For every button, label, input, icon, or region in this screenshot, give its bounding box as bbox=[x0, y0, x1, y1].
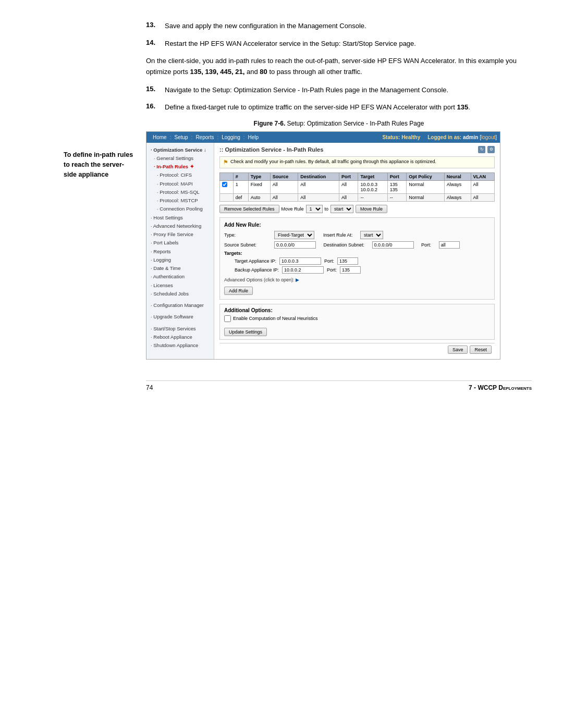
step-15: 15. Navigate to the Setup: Optimization … bbox=[146, 85, 532, 95]
sidebar-item-mapi[interactable]: · Protocol: MAPI bbox=[149, 180, 212, 188]
side-label: To define in-path rules to reach the ser… bbox=[64, 150, 137, 179]
col-neural: Neural bbox=[444, 172, 471, 180]
neural-checkbox-row: Enable Computation of Neural Heuristics bbox=[224, 315, 490, 322]
rules-table: # Type Source Destination Port Target Po… bbox=[219, 172, 495, 202]
col-vlan: VLAN bbox=[471, 172, 494, 180]
neural-checkbox[interactable] bbox=[224, 315, 231, 322]
sidebar-item-host[interactable]: · Host Settings bbox=[149, 214, 212, 222]
sidebar-item-general[interactable]: · General Settings bbox=[149, 154, 212, 163]
backup-ip-input[interactable] bbox=[282, 266, 324, 274]
sidebar-item-inpath[interactable]: · In-Path Rules ✦ bbox=[149, 163, 212, 171]
sidebar-item-reboot[interactable]: · Reboot Appliance bbox=[149, 333, 212, 341]
nav-bar: Home : Setup : Reports : Logging : Help … bbox=[146, 132, 500, 143]
page-footer: 74 7 - WCCP Deployments bbox=[146, 380, 532, 391]
remove-selected-btn[interactable]: Remove Selected Rules bbox=[219, 205, 279, 213]
logout-link[interactable]: logout bbox=[481, 134, 495, 140]
nav-help[interactable]: Help bbox=[245, 133, 262, 141]
nav-setup[interactable]: Setup bbox=[171, 133, 191, 141]
sidebar: · Optimization Service ↓ · General Setti… bbox=[146, 143, 214, 359]
sidebar-item-proxy[interactable]: · Proxy File Service bbox=[149, 230, 212, 239]
sidebar-item-reports[interactable]: · Reports bbox=[149, 248, 212, 256]
source-subnet-input[interactable] bbox=[274, 241, 316, 249]
add-rule-title: Add New Rule: bbox=[224, 222, 490, 228]
col-target: Target bbox=[358, 172, 387, 180]
move-rule-btn[interactable]: Move Rule bbox=[356, 205, 387, 213]
table-row: 1 Fixed All All All 10.0.0.310.0.0.2 135… bbox=[220, 180, 495, 193]
body-paragraph: On the client-side, you add in-path rule… bbox=[146, 56, 532, 78]
col-port: Port bbox=[339, 172, 358, 180]
refresh-icon[interactable]: ↻ bbox=[478, 146, 485, 153]
advanced-arrow-icon[interactable]: ▶ bbox=[296, 277, 299, 282]
col-dest: Destination bbox=[298, 172, 339, 180]
dest-subnet-input[interactable] bbox=[372, 241, 414, 249]
chapter-title: 7 - WCCP Deployments bbox=[469, 384, 532, 391]
sidebar-item-cifs[interactable]: · Protocol: CIFS bbox=[149, 171, 212, 179]
sidebar-item-opt-service[interactable]: · Optimization Service ↓ bbox=[149, 146, 212, 154]
info-box: ⚑ Check and modify your in-path rules. B… bbox=[219, 156, 495, 168]
port-input[interactable] bbox=[439, 241, 460, 249]
table-row: def Auto All All All -- -- Normal Always… bbox=[220, 193, 495, 201]
type-row: Type: Fixed-Target Auto Insert Rule At: … bbox=[224, 231, 490, 239]
add-rule-section: Add New Rule: Type: Fixed-Target Auto In… bbox=[219, 217, 495, 300]
content-area: :: Optimization Service - In-Path Rules … bbox=[214, 143, 500, 359]
action-icons: ↻ ⚙ bbox=[478, 146, 495, 153]
nav-reports[interactable]: Reports bbox=[192, 133, 217, 141]
page-number: 74 bbox=[146, 384, 153, 391]
step-13: 13. Save and apply the new configuration… bbox=[146, 21, 532, 31]
move-rule-row: Remove Selected Rules Move Rule 1 2 to s… bbox=[219, 205, 495, 213]
col-source: Source bbox=[270, 172, 298, 180]
figure-caption: Figure 7-6. Setup: Optimization Service … bbox=[146, 120, 532, 127]
sidebar-item-licenses[interactable]: · Licenses bbox=[149, 281, 212, 290]
target-appliance-row: Target Appliance IP: Port: bbox=[224, 257, 490, 265]
col-opt: Opt Policy bbox=[407, 172, 444, 180]
sidebar-item-portlabels[interactable]: · Port Labels bbox=[149, 239, 212, 247]
sidebar-item-mssql[interactable]: · Protocol: MS-SQL bbox=[149, 188, 212, 196]
col-tport: Port bbox=[387, 172, 407, 180]
advanced-row: Advanced Options (click to open): ▶ bbox=[224, 275, 490, 285]
step-14: 14. Restart the HP EFS WAN Accelerator s… bbox=[146, 39, 532, 49]
type-select[interactable]: Fixed-Target Auto bbox=[274, 231, 314, 239]
insert-select[interactable]: start end bbox=[360, 231, 383, 239]
content-header: :: Optimization Service - In-Path Rules … bbox=[219, 146, 495, 153]
sidebar-item-shutdown[interactable]: · Shutdown Appliance bbox=[149, 341, 212, 350]
sidebar-item-configmgr[interactable]: · Configuration Manager bbox=[149, 301, 212, 310]
additional-options-section: Additional Options: Enable Computation o… bbox=[219, 304, 495, 340]
sidebar-item-auth[interactable]: · Authentication bbox=[149, 273, 212, 281]
bottom-buttons: Save Reset bbox=[219, 343, 495, 356]
sidebar-item-startstop[interactable]: · Start/Stop Services bbox=[149, 325, 212, 333]
rule-number-select[interactable]: 1 2 bbox=[306, 205, 323, 213]
sidebar-item-logging[interactable]: · Logging bbox=[149, 256, 212, 264]
position-select[interactable]: start end bbox=[331, 205, 353, 213]
main-layout: · Optimization Service ↓ · General Setti… bbox=[146, 143, 500, 359]
sidebar-item-upgrade[interactable]: · Upgrade Software bbox=[149, 313, 212, 321]
sidebar-item-connpool[interactable]: · Connection Pooling bbox=[149, 205, 212, 213]
targets-section: Targets: Target Appliance IP: Port: Back… bbox=[224, 251, 490, 274]
target-ip-input[interactable] bbox=[279, 257, 321, 265]
backup-port-input[interactable] bbox=[340, 266, 361, 274]
step-16: 16. Define a fixed-target rule to optimi… bbox=[146, 102, 532, 113]
add-rule-btn[interactable]: Add Rule bbox=[224, 287, 253, 295]
reset-button[interactable]: Reset bbox=[470, 346, 492, 354]
subnet-row: Source Subnet: Destination Subnet: Port: bbox=[224, 241, 490, 249]
col-check bbox=[220, 172, 234, 180]
save-button[interactable]: Save bbox=[448, 346, 468, 354]
col-type: Type bbox=[248, 172, 270, 180]
screenshot-container: Home : Setup : Reports : Logging : Help … bbox=[146, 131, 500, 360]
sidebar-item-advnet[interactable]: · Advanced Networking bbox=[149, 222, 212, 230]
nav-home[interactable]: Home bbox=[150, 133, 170, 141]
target-port-input[interactable] bbox=[337, 257, 358, 265]
info-icon: ⚑ bbox=[223, 159, 228, 166]
backup-appliance-row: Backup Appliance IP: Port: bbox=[224, 266, 490, 274]
update-settings-btn[interactable]: Update Settings bbox=[224, 328, 267, 336]
settings-icon[interactable]: ⚙ bbox=[487, 146, 495, 153]
content-title: :: Optimization Service - In-Path Rules bbox=[219, 146, 323, 153]
sidebar-item-mstcp[interactable]: · Protocol: MSTCP bbox=[149, 196, 212, 205]
nav-logging[interactable]: Logging bbox=[218, 133, 243, 141]
col-num: # bbox=[233, 172, 248, 180]
sidebar-item-scheduledjobs[interactable]: · Scheduled Jobs bbox=[149, 290, 212, 298]
sidebar-item-datetime[interactable]: · Date & Time bbox=[149, 264, 212, 273]
